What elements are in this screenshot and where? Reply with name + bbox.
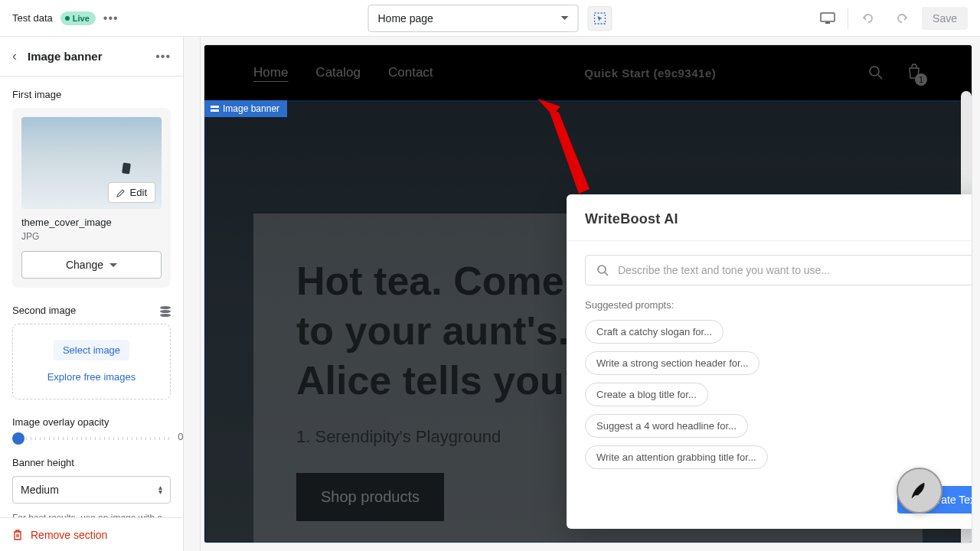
remove-label: Remove section [31, 529, 107, 541]
second-image-dropzone[interactable]: Select image Explore free images [12, 324, 171, 399]
suggested-prompts-list: Craft a catchy slogan for... Write a str… [585, 320, 972, 469]
svg-point-9 [598, 266, 606, 273]
canvas: Home Catalog Contact Quick Start (e9c934… [204, 44, 972, 543]
svg-point-3 [870, 67, 879, 76]
sidebar-body: First image Edit theme_cover_image JPG C… [0, 77, 183, 517]
divider [848, 8, 848, 29]
svg-line-4 [878, 75, 882, 79]
remove-section-button[interactable]: Remove section [0, 517, 183, 551]
image-thumbnail[interactable]: Edit [21, 117, 162, 209]
redo-icon [895, 11, 909, 25]
svg-rect-1 [821, 13, 835, 21]
left-gutter [184, 37, 201, 551]
banner-height-label: Banner height [12, 457, 171, 468]
first-image-label: First image [12, 89, 171, 100]
nav-icons: 1 [867, 63, 923, 83]
section-label-chip[interactable]: Image banner [204, 100, 287, 117]
change-label: Change [66, 259, 103, 271]
search-icon[interactable] [867, 64, 884, 81]
banner-height-value: Medium [21, 484, 59, 496]
brand-label: Quick Start (e9c9341e) [461, 67, 840, 80]
search-icon [596, 264, 609, 276]
live-badge: Live [60, 11, 96, 25]
undo-icon [861, 11, 875, 25]
sidebar: ‹ Image banner ••• First image Edit them… [0, 37, 184, 551]
image-card: Edit theme_cover_image JPG Change [12, 108, 171, 288]
nav-contact[interactable]: Contact [388, 65, 433, 80]
sidebar-header: ‹ Image banner ••• [0, 37, 183, 77]
second-image-label: Second image [12, 305, 76, 316]
slider-thumb[interactable] [12, 432, 24, 445]
svg-rect-5 [211, 106, 219, 108]
live-text: Live [73, 14, 90, 23]
updown-icon: ▴▾ [158, 485, 162, 494]
top-bar: Test data Live ••• Home page Save [0, 0, 980, 37]
image-filename: theme_cover_image [21, 217, 162, 228]
change-button[interactable]: Change [21, 251, 162, 279]
canvas-wrap: Home Catalog Contact Quick Start (e9c934… [201, 37, 980, 551]
caret-down-icon [109, 263, 117, 267]
explore-free-images-link[interactable]: Explore free images [47, 371, 136, 383]
suggested-prompts-label: Suggested prompts: [585, 299, 972, 311]
test-data-label: Test data [12, 12, 53, 24]
second-image-row: Second image [12, 305, 171, 316]
trash-icon [12, 530, 23, 540]
modal-header: WriteBoost AI ✕ [567, 194, 972, 241]
select-image-button[interactable]: Select image [54, 340, 129, 360]
main: ‹ Image banner ••• First image Edit them… [0, 37, 980, 551]
redo-button[interactable] [888, 5, 916, 32]
image-ext: JPG [21, 231, 162, 242]
banner-height-select[interactable]: Medium ▴▾ [12, 476, 171, 504]
desktop-view-button[interactable] [814, 5, 841, 32]
prompt-chip[interactable]: Write a strong section header for... [585, 351, 760, 375]
section-label-text: Image banner [223, 103, 279, 114]
nav-home[interactable]: Home [253, 65, 288, 80]
prompt-chip[interactable]: Write an attention grabbing title for... [585, 445, 768, 469]
dynamic-source-icon[interactable] [160, 306, 171, 315]
inspector-icon [594, 12, 606, 24]
sidebar-header-left: ‹ Image banner [12, 48, 103, 64]
topbar-right: Save [814, 5, 968, 32]
feather-icon [909, 480, 930, 501]
more-icon[interactable]: ••• [103, 11, 119, 25]
page-dropdown-label: Home page [378, 12, 433, 24]
undo-button[interactable] [854, 5, 882, 32]
desktop-icon [820, 12, 835, 24]
banner-height-field: Banner height Medium ▴▾ For best results… [12, 457, 171, 517]
page-dropdown[interactable]: Home page [368, 5, 579, 32]
svg-rect-6 [211, 109, 219, 112]
prompt-chip[interactable]: Craft a catchy slogan for... [585, 320, 724, 344]
topbar-left: Test data Live ••• [12, 11, 119, 25]
pencil-icon [116, 188, 126, 197]
shop-products-button[interactable]: Shop products [296, 473, 444, 521]
prompt-input[interactable] [618, 264, 972, 276]
cart-count: 1 [915, 73, 927, 86]
prompt-chip[interactable]: Suggest a 4 word headline for... [585, 414, 748, 438]
inspector-button[interactable] [588, 6, 612, 31]
overlay-label: Image overlay opacity [12, 416, 171, 428]
caret-down-icon [561, 16, 569, 20]
modal-title: WriteBoost AI [585, 211, 678, 227]
page-select-group: Home page [368, 5, 612, 32]
cart-button[interactable]: 1 [906, 63, 923, 83]
svg-rect-2 [825, 22, 830, 24]
svg-line-10 [605, 272, 608, 276]
prompt-input-wrap [585, 255, 972, 285]
section-icon [211, 105, 219, 113]
edit-label: Edit [130, 187, 147, 198]
overlay-opacity-field: Image overlay opacity 0% [12, 416, 171, 440]
opacity-slider[interactable]: 0% [12, 437, 171, 440]
live-dot-icon [65, 16, 70, 21]
site-nav: Home Catalog Contact Quick Start (e9c934… [204, 45, 972, 100]
save-button[interactable]: Save [922, 7, 968, 30]
nav-catalog[interactable]: Catalog [315, 65, 361, 80]
prompt-chip[interactable]: Create a blog title for... [585, 383, 708, 406]
edit-image-button[interactable]: Edit [108, 182, 155, 203]
sidebar-more-icon[interactable]: ••• [155, 50, 171, 64]
back-icon[interactable]: ‹ [12, 48, 17, 64]
banner-height-help: For best results, use an image with a 3:… [12, 511, 171, 517]
opacity-value: 0% [178, 431, 183, 442]
writeboost-fab[interactable] [897, 468, 942, 514]
sidebar-title: Image banner [28, 50, 103, 63]
